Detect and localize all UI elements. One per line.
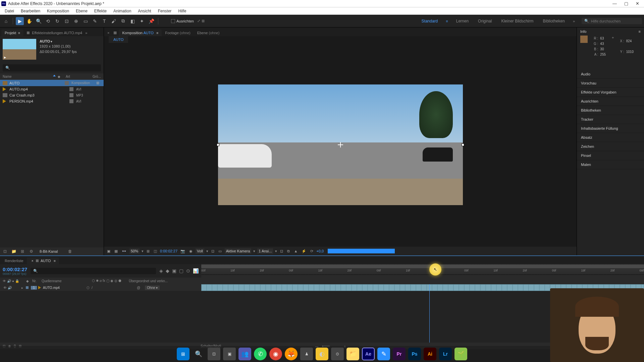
shape-tool[interactable]: ▭ [82,17,90,25]
playhead-line[interactable] [429,284,430,343]
workspace-bib[interactable]: Bibliotheken [541,19,566,23]
clone-tool[interactable]: ⧉ [119,17,127,25]
taskbar-firefox[interactable]: 🦊 [285,348,298,360]
col-nr[interactable]: Nr. [32,279,42,283]
tab-timeline-auto[interactable]: × AUTO ≡ [27,257,59,264]
timeline-current-time[interactable]: 0:00:02:27 [3,266,27,272]
snap-options-icon[interactable]: ⤢ [197,19,200,23]
taskbar-premiere[interactable]: Pr [393,348,406,360]
project-search[interactable]: 🔍 [3,64,101,71]
panel-effekte[interactable]: Effekte und Vorgaben [577,88,644,97]
taskbar-app-3[interactable]: ◉ [269,348,282,360]
resolution-button[interactable]: ⊞ [146,249,151,253]
snap-checkbox[interactable] [171,19,175,23]
exposure-value[interactable]: +0,0 [316,249,324,253]
layer-row-1[interactable]: 👁 🔊 ▸ 1 AUTO.mp4 ⬡/ @ Ohne ▾ [0,284,201,291]
menu-hilfe[interactable]: Hilfe [175,9,190,13]
shy-col-icon[interactable]: ⬡ [92,279,95,283]
orbit-tool[interactable]: ⟲ [44,17,52,25]
taskbar-app-5[interactable]: ◐ [316,348,328,360]
graph-editor-button[interactable]: 📊 [193,268,199,274]
col-size[interactable]: Grö... [93,75,101,78]
3d-button[interactable]: ⧉ [286,249,291,253]
task-view-button[interactable]: ⊡ [208,348,220,360]
project-settings-button[interactable]: ⚙ [28,248,34,254]
layer-expand-arrow[interactable]: ▸ [21,286,25,290]
zoom-dropdown[interactable]: 50% [129,248,140,254]
minimize-button[interactable]: — [612,1,617,6]
taskbar-app-7[interactable]: 🌱 [454,348,467,360]
timeline-search[interactable]: 🔍 [31,268,156,274]
layer-handle-right[interactable] [462,143,464,146]
menu-animation[interactable]: Animation [110,9,135,13]
channel-button[interactable]: ◉ [188,249,194,253]
video-switch-icon[interactable]: 👁 [3,279,6,283]
camera-dropdown[interactable]: Aktive Kamera [225,248,252,254]
snap-grid-icon[interactable]: ⊞ [202,19,205,23]
taskbar-photoshop[interactable]: Ps [408,348,421,360]
layer-handle-left[interactable] [217,143,219,146]
hand-tool[interactable]: ✋ [25,17,33,25]
panel-malen[interactable]: Malen [577,160,644,169]
project-item-name[interactable]: AUTO [40,39,77,44]
col-name[interactable]: Name [3,75,53,78]
menu-datei[interactable]: Datei [1,9,17,13]
workspace-overflow-icon[interactable]: » [573,19,575,23]
fast-preview-button[interactable]: ⚡ [301,249,307,253]
taskbar-app-4[interactable]: ♟ [300,348,313,360]
comp-breadcrumb[interactable]: AUTO [109,36,128,43]
timeline-ruler[interactable]: 00f 19f 29f 09f 19f 29f 09f 19f 29f 09f … [201,264,644,278]
menu-ebene[interactable]: Ebene [72,9,91,13]
pen-tool[interactable]: ✎ [91,17,99,25]
layer-label-color[interactable] [26,286,29,289]
video-toggle[interactable]: 👁 [3,286,7,290]
close-button[interactable]: ✕ [636,1,639,6]
panel-vorschau[interactable]: Vorschau [577,79,644,88]
audio-toggle[interactable]: 🔊 [7,286,12,290]
share-button[interactable]: ⊡ [279,249,284,253]
col-type[interactable]: Art [66,75,93,78]
panel-bibliotheken[interactable]: Bibliotheken [577,106,644,115]
new-folder-button[interactable]: 📁 [11,248,17,254]
panel-lock-icon[interactable]: × [105,29,111,36]
menu-effekte[interactable]: Effekte [91,9,110,13]
snapshot-button[interactable]: 📷 [179,249,186,253]
motion-blur-button[interactable]: ⊙ [186,268,190,274]
taskbar-lightroom[interactable]: Lr [439,348,452,360]
proj-item-crash-mp3[interactable]: Car Crash.mp3 MP3 [0,92,104,98]
col-source-name[interactable]: Quellenname [42,279,92,283]
tab-render-queue[interactable]: Renderliste [1,257,27,264]
panel-absatz[interactable]: Absatz [577,133,644,142]
lock-switch-icon[interactable]: 🔒 [15,279,19,283]
current-time[interactable]: 0:00:02:27 [160,249,177,253]
menu-ansicht[interactable]: Ansicht [135,9,154,13]
tab-footage[interactable]: Footage (ohne) [162,29,194,36]
parent-pickwhip-icon[interactable]: @ [137,286,140,290]
maximize-button[interactable]: ▢ [624,1,628,6]
taskbar-explorer[interactable]: 📁 [346,348,359,360]
label-color[interactable] [69,99,73,103]
audio-switch-icon[interactable]: 🔊 [7,279,11,283]
eraser-tool[interactable]: ◧ [128,17,137,25]
composition-viewer[interactable] [104,43,577,247]
grid-icon[interactable]: ▦ [111,29,119,36]
start-button[interactable]: ⊞ [177,348,190,360]
project-thumbnail[interactable] [3,39,36,60]
menu-fenster[interactable]: Fenster [155,9,175,13]
proj-item-auto-mp4[interactable]: AUTO.mp4 AVI [0,86,104,92]
tab-effect-controls[interactable]: Effekteinstellungen AUTO.mp4 » [23,29,91,36]
proj-item-auto-comp[interactable]: AUTO Komposition ⊞ [0,80,104,86]
taskbar-app-1[interactable]: ▣ [223,348,236,360]
panel-ausrichten[interactable]: Ausrichten [577,97,644,106]
tab-layer[interactable]: Ebene (ohne) [194,29,223,36]
panel-audio[interactable]: Audio [577,70,644,79]
panel-menu-icon[interactable]: ≡ [639,29,641,34]
reset-exposure-button[interactable]: ⟳ [309,249,314,253]
zoom-tool[interactable]: 🔍 [35,17,43,25]
solo-switch-icon[interactable]: ● [12,279,14,283]
col-parent[interactable]: Übergeordnet und verkn... [129,279,199,283]
roto-tool[interactable]: ✦ [138,17,146,25]
menu-bearbeiten[interactable]: Bearbeiten [17,9,44,13]
views-dropdown[interactable]: 1 Ansi... [257,248,273,254]
help-search-input[interactable] [591,19,639,23]
